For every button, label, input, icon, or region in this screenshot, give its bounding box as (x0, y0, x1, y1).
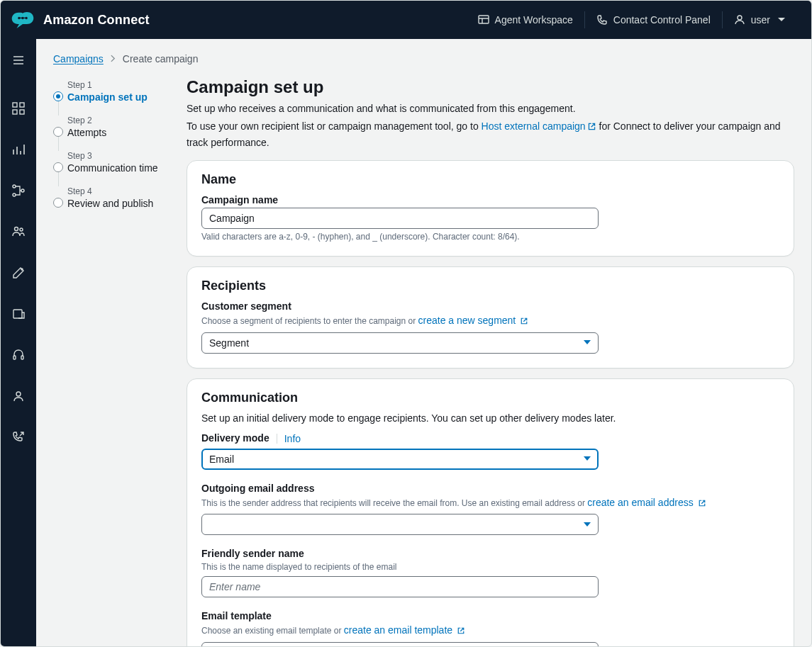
product-name: Amazon Connect (43, 13, 150, 28)
topbar: Amazon Connect Agent Workspace Cont (1, 1, 811, 39)
segment-select[interactable]: Segment (201, 332, 599, 354)
panel-name: Name Campaign name Valid characters are … (187, 160, 794, 257)
sidebar (1, 39, 36, 647)
ccp-label: Contact Control Panel (613, 14, 711, 26)
panel-recipients: Recipients Customer segment Choose a seg… (187, 266, 794, 368)
campaign-name-hint: Valid characters are a-z, 0-9, - (hyphen… (201, 232, 779, 242)
segment-label: Customer segment (201, 300, 779, 312)
caret-down-icon (584, 522, 591, 527)
create-segment-link[interactable]: create a new segment (418, 315, 529, 326)
friendly-hint: This is the name displayed to recipients… (201, 561, 779, 573)
external-link-icon (520, 315, 528, 330)
phone-icon (596, 14, 608, 26)
external-link-icon (587, 120, 596, 135)
step-indicator-icon (53, 127, 63, 137)
template-hint: Choose an existing email template or cre… (201, 624, 779, 639)
outgoing-label: Outgoing email address (201, 483, 779, 494)
breadcrumb-parent[interactable]: Campaigns (53, 53, 104, 64)
svg-rect-3 (479, 16, 489, 23)
headset-icon[interactable] (1, 341, 36, 369)
svg-rect-13 (20, 110, 24, 114)
panel-communication: Communication Set up an initial delivery… (187, 378, 794, 647)
svg-rect-10 (13, 103, 17, 107)
routing-icon[interactable] (1, 176, 36, 205)
svg-point-23 (16, 392, 21, 396)
breadcrumb-current: Create campaign (123, 53, 199, 64)
friendly-name-input[interactable] (201, 576, 599, 597)
profile-icon[interactable] (1, 382, 36, 410)
svg-rect-11 (20, 103, 24, 107)
ccp-link[interactable]: Contact Control Panel (585, 9, 722, 31)
users-icon[interactable] (1, 218, 36, 246)
svg-point-17 (15, 227, 18, 231)
email-template-select[interactable] (201, 642, 599, 647)
breadcrumb: Campaigns Create campaign (53, 53, 794, 64)
agent-workspace-label: Agent Workspace (495, 14, 573, 26)
delivery-mode-value: Email (209, 454, 234, 465)
hamburger-icon[interactable] (1, 46, 36, 74)
wizard-step-3[interactable]: Step 3 Communication time (53, 151, 167, 174)
wizard-steps: Step 1 Campaign set up Step 2 Attempts S… (53, 77, 167, 222)
connect-logo-icon (11, 10, 35, 30)
host-external-link[interactable]: Host external campaign (482, 120, 596, 132)
outgoing-hint: This is the sender address that recipien… (201, 496, 779, 512)
wizard-step-4[interactable]: Step 4 Review and publish (53, 186, 167, 209)
user-label: user (751, 14, 770, 26)
workspace-icon (478, 14, 489, 26)
divider (277, 434, 277, 444)
delivery-mode-select[interactable]: Email (201, 449, 599, 470)
segment-hint: Choose a segment of recipients to enter … (201, 314, 779, 330)
apps-icon[interactable] (1, 300, 36, 328)
caret-down-icon (584, 340, 591, 345)
create-email-address-link[interactable]: create an email address (587, 497, 706, 508)
dashboard-icon[interactable] (1, 94, 36, 123)
create-template-link[interactable]: create an email template (344, 624, 465, 636)
outgoing-email-select[interactable] (201, 514, 599, 535)
svg-rect-12 (13, 110, 17, 114)
tools-icon[interactable] (1, 259, 36, 287)
svg-point-14 (13, 185, 16, 188)
delivery-mode-label: Delivery mode (201, 432, 269, 444)
svg-point-19 (21, 269, 23, 270)
step-indicator-icon (53, 91, 63, 101)
caret-down-icon (584, 456, 591, 461)
step-indicator-icon (53, 162, 63, 172)
panel-recipients-title: Recipients (201, 279, 779, 293)
communication-desc: Set up an initial delivery mode to engag… (201, 412, 779, 424)
analytics-icon[interactable] (1, 135, 36, 164)
panel-communication-title: Communication (201, 390, 779, 405)
svg-point-6 (738, 16, 742, 20)
chevron-right-icon (111, 53, 116, 64)
info-link[interactable]: Info (284, 433, 301, 444)
svg-point-18 (20, 228, 23, 231)
user-icon (734, 14, 745, 26)
friendly-label: Friendly sender name (201, 548, 779, 559)
wizard-step-2[interactable]: Step 2 Attempts (53, 116, 167, 138)
external-link-icon (457, 625, 465, 639)
template-label: Email template (201, 610, 779, 621)
page-title: Campaign set up (187, 77, 794, 97)
panel-name-title: Name (201, 172, 779, 187)
page-desc-1: Set up who receives a communication and … (187, 101, 794, 116)
wizard-step-1[interactable]: Step 1 Campaign set up (53, 80, 167, 103)
svg-rect-20 (13, 310, 22, 318)
outbound-icon[interactable] (1, 423, 36, 451)
campaign-name-input[interactable] (201, 208, 599, 229)
caret-down-icon (776, 14, 787, 26)
external-link-icon (698, 497, 706, 512)
campaign-name-label: Campaign name (201, 194, 779, 206)
user-menu[interactable]: user (723, 9, 799, 31)
svg-point-16 (21, 189, 24, 192)
svg-point-15 (13, 193, 16, 196)
step-indicator-icon (53, 198, 63, 208)
agent-workspace-link[interactable]: Agent Workspace (467, 9, 584, 31)
segment-value: Segment (209, 337, 249, 349)
page-desc-2: To use your own recipient list or campai… (187, 119, 794, 150)
